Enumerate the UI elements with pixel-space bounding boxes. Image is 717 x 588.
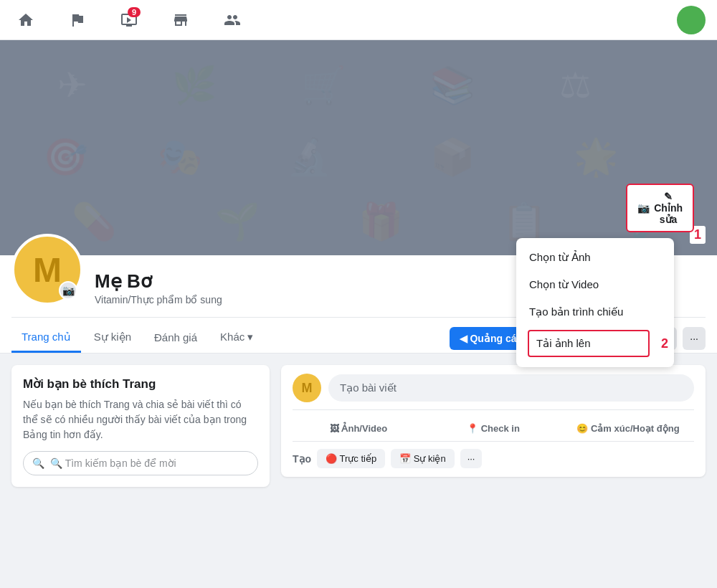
svg-text:🌿: 🌿	[172, 64, 217, 107]
main-content: Mời bạn bè thích Trang Nếu bạn bè thích …	[0, 354, 717, 498]
home-icon[interactable]	[11, 6, 40, 34]
svg-text:📚: 📚	[430, 64, 475, 107]
create-post-box: M Tạo bài viết 🖼 Ảnh/Video 📍 Check in 😊 …	[281, 365, 706, 477]
label-2: 2	[661, 336, 668, 351]
camera-icon: 📷	[637, 202, 650, 214]
svg-text:🌱: 🌱	[215, 200, 260, 243]
shop-icon[interactable]	[166, 6, 195, 34]
cam-xuc-button[interactable]: 😊 Cảm xúc/Hoạt động	[562, 417, 694, 440]
avatar-camera-button[interactable]: 📷	[59, 281, 77, 300]
search-friends-input[interactable]: 🔍 🔍 Tìm kiếm bạn bè để mời	[23, 451, 258, 475]
post-avatar: M	[293, 374, 321, 402]
page-name: Mẹ Bơ	[95, 270, 222, 293]
profile-text: Mẹ Bơ Vitamin/Thực phẩm bổ sung	[95, 270, 222, 305]
tab-trang-chu[interactable]: Trang chủ	[11, 323, 81, 353]
cover-photo: ✈ 🌿 🛒 📚 ⚖ 🎯 🎭 🔬 📦 🌟 💊 🌱 🎁 📋 🧪 📷 ✎ Chỉnh …	[0, 40, 717, 255]
svg-text:🎁: 🎁	[358, 200, 404, 243]
svg-text:🎯: 🎯	[43, 136, 88, 179]
video-badge: 9	[128, 7, 141, 17]
page-category: Vitamin/Thực phẩm bổ sung	[95, 294, 222, 305]
more-post-button[interactable]: ···	[460, 449, 483, 468]
su-kien-button[interactable]: 📅 Sự kiện	[391, 449, 455, 468]
chinh-sua-button[interactable]: 📷 ✎ Chỉnh sửa	[626, 184, 694, 232]
top-navigation: 9	[0, 0, 717, 40]
profile-avatar[interactable]: M 📷	[11, 234, 83, 305]
dropdown-tai-anh[interactable]: Tải ảnh lên	[528, 330, 650, 357]
tab-khac[interactable]: Khác ▾	[210, 323, 263, 353]
cover-photo-dropdown: Chọn từ Ảnh Chọn từ Video Tạo bản trình …	[516, 238, 674, 367]
chinh-sua-wrapper: 📷 ✎ Chỉnh sửa 1	[690, 226, 706, 244]
tab-danh-gia[interactable]: Đánh giá	[144, 324, 207, 353]
video-icon[interactable]: 9	[115, 6, 143, 34]
dropdown-chon-video[interactable]: Chọn từ Video	[516, 271, 674, 298]
svg-text:📋: 📋	[502, 200, 547, 243]
group-icon[interactable]	[218, 6, 247, 34]
search-placeholder: 🔍 Tìm kiếm bạn bè để mời	[50, 457, 176, 469]
post-actions: 🖼 Ảnh/Video 📍 Check in 😊 Cảm xúc/Hoạt độ…	[293, 409, 694, 440]
dropdown-chon-anh[interactable]: Chọn từ Ảnh	[516, 244, 674, 271]
tao-label: Tạo	[293, 453, 311, 465]
tao-bai-viet-button[interactable]: Tạo bài viết	[328, 374, 694, 402]
flag-icon[interactable]	[63, 6, 92, 34]
truc-tiep-button[interactable]: 🔴 Trực tiếp	[317, 449, 385, 468]
svg-text:📦: 📦	[430, 136, 475, 179]
svg-text:⚖: ⚖	[559, 65, 592, 105]
right-panel: M Tạo bài viết 🖼 Ảnh/Video 📍 Check in 😊 …	[281, 365, 706, 487]
svg-text:✈: ✈	[57, 65, 87, 105]
invite-title: Mời bạn bè thích Trang	[23, 376, 258, 392]
chinh-sua-label: ✎ Chỉnh sửa	[654, 191, 683, 225]
tab-su-kien[interactable]: Sự kiện	[84, 323, 141, 353]
avatar-letter: M	[33, 250, 62, 290]
svg-text:🎭: 🎭	[158, 136, 203, 179]
post-avatar-letter: M	[302, 381, 313, 396]
svg-text:🌟: 🌟	[574, 136, 619, 179]
post-bottom: Tạo 🔴 Trực tiếp 📅 Sự kiện ···	[293, 441, 694, 468]
dropdown-tao-ban[interactable]: Tạo bản trình chiếu	[516, 298, 674, 326]
user-avatar[interactable]	[677, 6, 706, 34]
nav-left-icons: 9	[11, 6, 247, 34]
svg-text:💊: 💊	[72, 200, 117, 243]
invite-description: Nếu bạn bè thích Trang và chia sẻ bài vi…	[23, 397, 258, 442]
svg-text:🛒: 🛒	[301, 64, 346, 107]
invite-friends-panel: Mời bạn bè thích Trang Nếu bạn bè thích …	[11, 365, 270, 487]
create-post-top: M Tạo bài viết	[293, 374, 694, 402]
check-in-button[interactable]: 📍 Check in	[427, 417, 559, 440]
svg-text:🔬: 🔬	[287, 136, 332, 179]
search-icon: 🔍	[32, 457, 44, 469]
more-tab-button[interactable]: ···	[683, 327, 706, 350]
anh-video-button[interactable]: 🖼 Ảnh/Video	[293, 417, 424, 440]
